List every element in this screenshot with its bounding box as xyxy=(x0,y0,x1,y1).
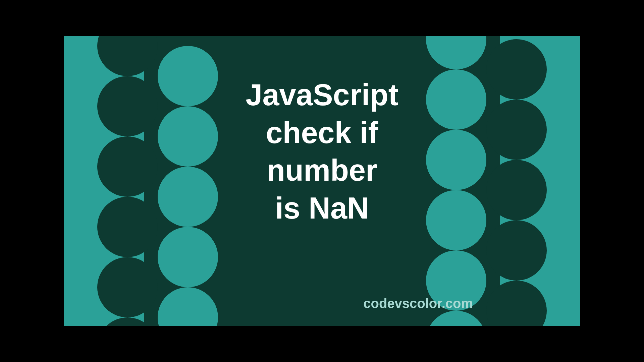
title-line-2: check if xyxy=(64,114,580,152)
title-line-1: JavaScript xyxy=(64,76,580,114)
title: JavaScript check if number is NaN xyxy=(64,76,580,227)
banner: JavaScript check if number is NaN codevs… xyxy=(64,36,580,326)
watermark: codevscolor.com xyxy=(363,296,473,311)
title-line-4: is NaN xyxy=(64,189,580,227)
title-line-3: number xyxy=(64,152,580,189)
